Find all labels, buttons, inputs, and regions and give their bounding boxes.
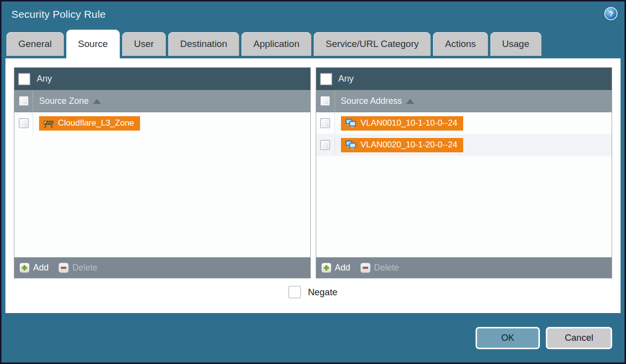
delete-label: Delete [72, 263, 97, 273]
source-zone-any-label: Any [37, 74, 52, 84]
address-chip[interactable]: VLAN0010_10-1-10-0--24 [341, 116, 464, 131]
address-icon [345, 119, 356, 128]
table-row[interactable]: Cloudflare_L3_Zone [14, 112, 310, 134]
source-zone-list: Cloudflare_L3_Zone [14, 112, 310, 257]
negate-row: Negate [14, 286, 612, 298]
source-address-column-header[interactable]: Source Address [316, 90, 612, 112]
table-row[interactable]: VLAN0010_10-1-10-0--24 [316, 112, 612, 134]
source-address-toolbar: Add Delete [316, 257, 612, 278]
negate-label: Negate [308, 287, 337, 298]
ok-button[interactable]: OK [476, 327, 540, 349]
source-address-column-label: Source Address [341, 96, 402, 106]
tab-destination[interactable]: Destination [168, 32, 239, 56]
minus-icon [58, 263, 69, 273]
zone-chip[interactable]: Cloudflare_L3_Zone [39, 116, 140, 131]
dialog-footer: OK Cancel [1, 313, 625, 363]
source-address-panel: Any Source Address VLAN0010_10-1-10-0--2 [316, 67, 613, 278]
row-checkbox[interactable] [19, 118, 29, 128]
zone-chip-label: Cloudflare_L3_Zone [58, 118, 134, 128]
help-icon[interactable]: ? [604, 7, 618, 20]
tab-usage[interactable]: Usage [490, 32, 541, 56]
address-chip-label: VLAN0020_10-1-20-0--24 [361, 140, 458, 150]
tab-actions[interactable]: Actions [433, 32, 487, 56]
source-address-select-all-checkbox[interactable] [320, 96, 330, 106]
source-zone-column-label: Source Zone [39, 96, 89, 106]
row-checkbox[interactable] [320, 118, 330, 128]
address-chip-label: VLAN0010_10-1-10-0--24 [361, 118, 458, 128]
plus-icon [321, 263, 332, 273]
source-zone-toolbar: Add Delete [14, 257, 310, 278]
sort-ascending-icon [406, 99, 414, 104]
dialog-titlebar: Security Policy Rule ? [1, 1, 625, 27]
table-row[interactable]: VLAN0020_10-1-20-0--24 [316, 134, 612, 156]
source-address-any-row: Any [316, 68, 612, 90]
source-zone-panel: Any Source Zone Cloudflare_L3_Zone [14, 67, 311, 278]
source-zone-any-row: Any [14, 68, 310, 90]
add-label: Add [335, 263, 350, 273]
cancel-button[interactable]: Cancel [546, 327, 612, 349]
source-zone-any-checkbox[interactable] [18, 73, 30, 85]
negate-checkbox[interactable] [289, 286, 301, 298]
dialog-title: Security Policy Rule [11, 8, 106, 20]
zone-icon [44, 119, 53, 128]
source-address-any-checkbox[interactable] [320, 73, 332, 85]
tab-application[interactable]: Application [241, 32, 311, 56]
tab-bar: General Source User Destination Applicat… [1, 27, 625, 58]
tab-service-url-category[interactable]: Service/URL Category [314, 32, 431, 56]
address-icon [345, 140, 356, 149]
source-address-list: VLAN0010_10-1-10-0--24 VLAN0020_10-1-20-… [316, 112, 612, 257]
delete-label: Delete [374, 263, 399, 273]
add-button[interactable]: Add [19, 263, 48, 273]
dialog-body: Any Source Zone Cloudflare_L3_Zone [5, 58, 621, 313]
address-chip[interactable]: VLAN0020_10-1-20-0--24 [341, 138, 464, 152]
add-button[interactable]: Add [321, 263, 350, 273]
security-policy-rule-dialog: Security Policy Rule ? General Source Us… [0, 0, 626, 364]
delete-button[interactable]: Delete [360, 263, 399, 273]
plus-icon [19, 263, 30, 273]
tab-general[interactable]: General [6, 32, 64, 56]
source-zone-select-all-checkbox[interactable] [19, 96, 29, 106]
tab-user[interactable]: User [122, 32, 166, 56]
minus-icon [360, 263, 371, 273]
tab-source[interactable]: Source [66, 30, 120, 58]
source-address-any-label: Any [338, 74, 354, 84]
row-checkbox[interactable] [320, 140, 330, 150]
sort-ascending-icon [93, 99, 101, 104]
source-zone-column-header[interactable]: Source Zone [14, 90, 310, 112]
add-label: Add [33, 263, 48, 273]
delete-button[interactable]: Delete [58, 263, 97, 273]
